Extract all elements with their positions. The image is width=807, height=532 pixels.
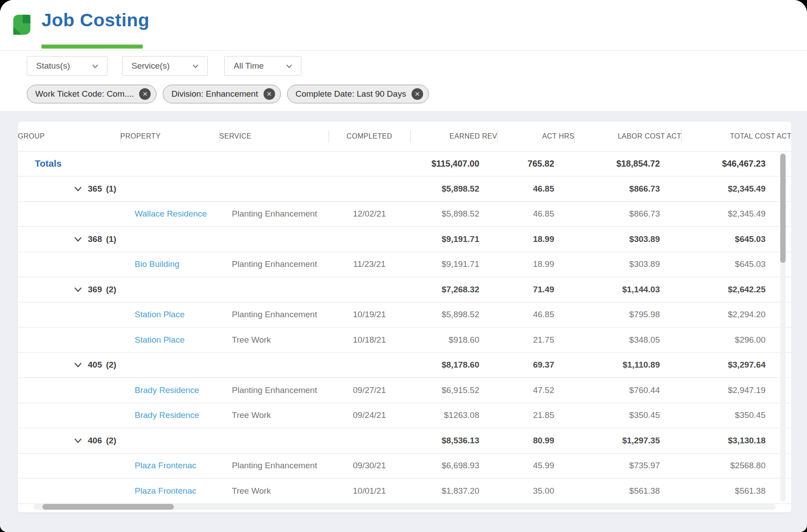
total-cost-act-value: $645.03 [681, 252, 791, 277]
completed-date: 10/18/21 [329, 327, 410, 353]
date-range-dropdown[interactable]: All Time [224, 56, 301, 76]
group-act-hrs: 18.99 [497, 227, 574, 252]
group-toggle[interactable]: 368(1) [18, 234, 120, 244]
property-cell: Station Place [120, 327, 219, 353]
group-labor-cost-act: $1,110.89 [574, 352, 681, 378]
group-cell [18, 479, 120, 504]
totals-total-cost-act: $46,467.23 [681, 151, 791, 176]
labor-cost-act-value: $561.38 [574, 479, 681, 504]
labor-cost-act-value: $760.44 [574, 378, 681, 403]
table-row: Plaza FrontenacTree Work10/01/21$1,837.2… [18, 479, 791, 504]
group-toggle[interactable]: 369(2) [18, 285, 120, 295]
group-row: 368(1)$9,191.7118.99$303.89$645.03 [18, 227, 791, 252]
service-label: Tree Work [219, 335, 271, 345]
completed-date: 09/30/21 [329, 453, 410, 479]
earned-rev-value: $1263.08 [410, 403, 497, 428]
labor-cost-act-value: $348.05 [574, 327, 681, 353]
group-count: (1) [106, 184, 116, 194]
group-toggle[interactable]: 365(1) [18, 184, 120, 194]
group-total-cost-act: $3,297.64 [681, 352, 791, 378]
completed-cell [329, 176, 410, 202]
group-id: 406 [88, 436, 102, 446]
service-label: Planting Enhancement [219, 385, 317, 395]
status-filter-dropdown[interactable]: Status(s) [27, 56, 107, 76]
service-cell: Tree Work [219, 479, 329, 504]
table-row: Station PlaceTree Work10/18/21$918.6021.… [18, 327, 791, 353]
service-cell: Planting Enhancement [219, 252, 329, 277]
property-cell: Station Place [120, 302, 219, 327]
totals-act-hrs: 765.82 [497, 151, 574, 176]
earned-rev-value: $918.60 [410, 327, 497, 353]
group-cell: 406(2) [18, 428, 120, 454]
total-cost-act-value: $350.45 [681, 403, 791, 428]
property-link[interactable]: Plaza Frontenac [120, 486, 196, 496]
totals-label: Totals [18, 158, 62, 169]
group-cell [18, 252, 120, 277]
property-link[interactable]: Station Place [120, 335, 185, 345]
service-cell [219, 352, 329, 378]
group-row: 406(2)$8,536.1380.99$1,297.35$3,130.18 [18, 428, 791, 454]
property-link[interactable]: Brady Residence [120, 385, 199, 395]
table-row: Brady ResidencePlanting Enhancement09/27… [18, 378, 791, 403]
chip-division[interactable]: Division: Enhancement ✕ [163, 85, 280, 103]
service-label: Planting Enhancement [219, 209, 317, 219]
group-row: 369(2)$7,268.3271.49$1,144.03$2,642.25 [18, 277, 791, 303]
act-hrs-value: 45.99 [497, 453, 574, 479]
property-link[interactable]: Plaza Frontenac [120, 461, 196, 471]
remove-filter-icon[interactable]: ✕ [139, 88, 151, 100]
dropdown-row: Status(s) Service(s) All Time [27, 56, 807, 76]
labor-cost-act-value: $350.45 [574, 403, 681, 428]
earned-rev-value: $5,898.52 [410, 201, 497, 227]
group-count: (2) [106, 436, 116, 446]
vertical-scrollbar-thumb[interactable] [780, 154, 786, 263]
property-cell: Plaza Frontenac [120, 453, 219, 479]
chevron-down-icon [192, 62, 199, 70]
total-cost-act-value: $561.38 [681, 479, 791, 504]
group-count: (1) [106, 234, 116, 244]
property-link[interactable]: Brady Residence [120, 410, 199, 420]
chevron-down-icon [74, 235, 82, 244]
property-link[interactable]: Bio Building [120, 259, 179, 269]
vertical-scrollbar[interactable] [780, 153, 786, 502]
group-toggle[interactable]: 405(2) [18, 360, 120, 370]
group-total-cost-act: $2,345.49 [681, 176, 791, 202]
group-cell [18, 453, 120, 479]
completed-date: 09/24/21 [329, 403, 410, 428]
chevron-down-icon [285, 62, 293, 70]
chevron-down-icon [91, 62, 99, 70]
service-filter-dropdown[interactable]: Service(s) [122, 56, 208, 76]
filter-bar: Status(s) Service(s) All Time Work Ti [0, 51, 807, 112]
chevron-down-icon [74, 184, 82, 193]
job-costing-table: GROUP PROPERTY SERVICE COMPLETED EARNED … [18, 122, 791, 504]
table-row: Bio BuildingPlanting Enhancement11/23/21… [18, 252, 791, 277]
job-costing-table-card: GROUP PROPERTY SERVICE COMPLETED EARNED … [18, 122, 791, 512]
chip-complete-date[interactable]: Complete Date: Last 90 Days ✕ [287, 85, 429, 103]
property-cell [120, 277, 219, 303]
property-link[interactable]: Wallace Residence [120, 209, 207, 219]
service-cell: Planting Enhancement [219, 302, 329, 327]
group-cell [18, 378, 120, 403]
earned-rev-value: $5,898.52 [410, 302, 497, 327]
completed-date: 10/01/21 [329, 479, 410, 504]
group-cell [18, 403, 120, 428]
property-link[interactable]: Station Place [120, 310, 185, 319]
group-total-cost-act: $645.03 [681, 227, 791, 252]
group-toggle[interactable]: 406(2) [18, 436, 120, 446]
col-header-earned-rev: EARNED REV [410, 122, 497, 151]
col-header-completed: COMPLETED [329, 122, 410, 151]
act-hrs-value: 35.00 [497, 479, 574, 504]
property-cell [120, 176, 219, 202]
service-label: Tree Work [219, 410, 271, 420]
horizontal-scrollbar-thumb[interactable] [42, 504, 174, 510]
group-act-hrs: 69.37 [497, 352, 574, 378]
job-costing-page: Job Costing Status(s) Service(s) All Tim… [0, 0, 807, 532]
act-hrs-value: 21.75 [497, 327, 574, 353]
completed-date: 10/19/21 [329, 302, 410, 327]
chip-work-ticket-code[interactable]: Work Ticket Code: Com.... ✕ [27, 85, 156, 103]
total-cost-act-value: $2,947.19 [681, 378, 791, 403]
horizontal-scrollbar[interactable] [33, 504, 776, 510]
group-id: 369 [88, 285, 102, 295]
leaf-logo-icon [12, 13, 32, 37]
remove-filter-icon[interactable]: ✕ [412, 88, 423, 100]
remove-filter-icon[interactable]: ✕ [264, 88, 275, 100]
